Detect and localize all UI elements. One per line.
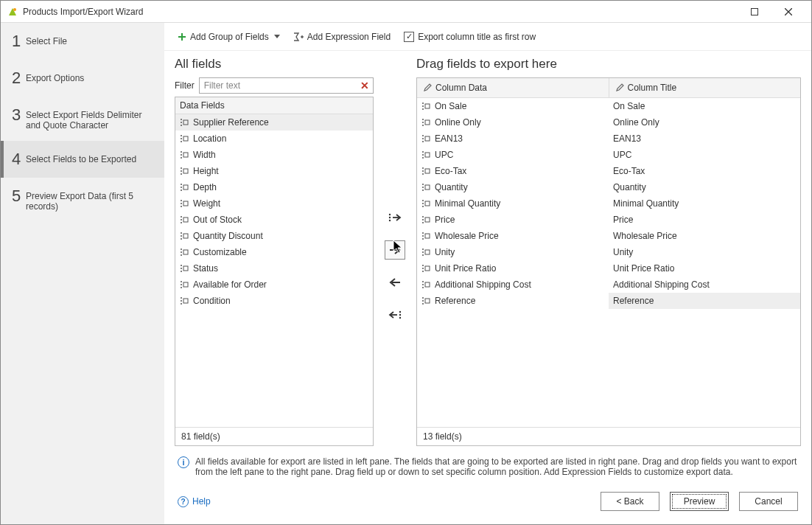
clear-filter-icon[interactable]: ✕ — [358, 79, 371, 92]
filter-label: Filter — [175, 80, 195, 91]
field-item[interactable]: Customizable — [175, 244, 373, 260]
wizard-step-4[interactable]: 4Select Fields to be Exported — [1, 141, 164, 178]
export-row[interactable]: Additional Shipping CostAdditional Shipp… — [417, 277, 800, 293]
svg-point-48 — [181, 281, 182, 282]
wizard-step-3[interactable]: 3Select Export Fields Delimiter and Quot… — [1, 97, 164, 141]
remove-all-button[interactable] — [385, 305, 405, 324]
dropdown-caret-icon — [274, 35, 280, 38]
preview-button[interactable]: Preview — [670, 492, 729, 511]
wizard-step-2[interactable]: 2Export Options — [1, 60, 164, 97]
field-item[interactable]: Available for Order — [175, 277, 373, 293]
export-row[interactable]: UnityUnity — [417, 244, 800, 260]
window-maximize-button[interactable] — [738, 1, 771, 23]
column-title-value: Minimal Quantity — [613, 198, 679, 209]
svg-point-110 — [422, 281, 424, 282]
svg-point-9 — [181, 122, 182, 123]
add-group-of-fields-button[interactable]: Add Group of Fields — [175, 29, 283, 45]
svg-rect-109 — [425, 266, 430, 271]
field-item[interactable]: Condition — [175, 293, 373, 309]
export-row[interactable]: QuantityQuantity — [417, 179, 800, 195]
export-row[interactable]: Online OnlyOnline Only — [417, 114, 800, 131]
svg-point-88 — [422, 190, 424, 191]
svg-point-46 — [181, 271, 182, 272]
field-label: Depth — [193, 182, 217, 192]
window-close-button[interactable] — [771, 1, 805, 23]
svg-rect-105 — [425, 250, 430, 254]
svg-point-25 — [181, 187, 182, 188]
svg-point-94 — [422, 216, 424, 218]
svg-point-38 — [181, 238, 182, 240]
export-column-title-checkbox[interactable]: ✓ Export column title as first row — [401, 29, 539, 45]
all-fields-title: All fields — [175, 57, 374, 72]
step-number: 5 — [7, 188, 26, 204]
export-row[interactable]: On SaleOn Sale — [417, 98, 800, 114]
svg-point-42 — [181, 254, 182, 256]
all-fields-listbox[interactable]: Data Fields Supplier ReferenceLocationWi… — [175, 97, 374, 446]
add-expression-field-button[interactable]: Add Expression Field — [290, 29, 393, 45]
field-item[interactable]: Depth — [175, 179, 373, 195]
export-row[interactable]: Unit Price RatioUnit Price Ratio — [417, 260, 800, 277]
export-row[interactable]: Wholesale PriceWholesale Price — [417, 228, 800, 244]
svg-point-112 — [422, 287, 424, 288]
wizard-step-5[interactable]: 5Preview Export Data (first 5 records) — [1, 178, 164, 222]
svg-point-65 — [399, 317, 401, 319]
svg-point-26 — [181, 190, 182, 191]
help-link[interactable]: ? Help — [178, 496, 211, 507]
add-group-of-fields-label: Add Group of Fields — [190, 32, 269, 42]
drag-handle-icon — [421, 118, 430, 127]
svg-point-63 — [399, 311, 401, 313]
add-all-button[interactable] — [385, 208, 405, 227]
column-data-value: Unity — [435, 247, 455, 257]
back-button[interactable]: < Back — [601, 492, 659, 511]
export-fields-listbox[interactable]: Column Data Column Title On SaleOn SaleO… — [416, 77, 801, 446]
svg-point-18 — [181, 157, 182, 159]
step-number: 3 — [7, 107, 26, 123]
svg-point-32 — [181, 216, 182, 218]
svg-point-98 — [422, 232, 424, 234]
svg-rect-43 — [183, 250, 188, 254]
svg-point-82 — [422, 167, 424, 169]
help-icon: ? — [178, 496, 189, 507]
remove-selected-button[interactable] — [385, 273, 405, 292]
export-row[interactable]: UPCUPC — [417, 147, 800, 163]
cancel-label: Cancel — [755, 496, 782, 507]
svg-point-116 — [422, 303, 424, 305]
field-item[interactable]: Status — [175, 260, 373, 277]
wizard-step-1[interactable]: 1Select File — [1, 23, 164, 60]
drag-handle-icon — [421, 102, 430, 111]
svg-point-72 — [422, 125, 424, 126]
drag-handle-icon — [421, 150, 430, 159]
export-row[interactable]: PricePrice — [417, 212, 800, 228]
checkbox-checked-icon: ✓ — [404, 32, 414, 42]
field-item[interactable]: Quantity Discount — [175, 228, 373, 244]
field-item[interactable]: Height — [175, 163, 373, 179]
field-item[interactable]: Location — [175, 131, 373, 147]
export-row[interactable]: ReferenceReference — [417, 293, 800, 309]
wizard-steps-sidebar: 1Select File2Export Options3Select Expor… — [1, 23, 164, 524]
filter-input[interactable] — [203, 80, 357, 91]
export-row[interactable]: EAN13EAN13 — [417, 131, 800, 147]
add-selected-button[interactable] — [385, 240, 405, 260]
step-label: Select File — [26, 33, 158, 46]
svg-point-91 — [422, 203, 424, 204]
back-label: < Back — [616, 496, 643, 507]
export-row[interactable]: Minimal QuantityMinimal Quantity — [417, 195, 800, 212]
column-title-value: Eco-Tax — [613, 166, 645, 176]
field-item[interactable]: Supplier Reference — [175, 114, 373, 131]
export-row[interactable]: Eco-TaxEco-Tax — [417, 163, 800, 179]
field-item[interactable]: Width — [175, 147, 373, 163]
svg-point-90 — [422, 200, 424, 201]
svg-point-92 — [422, 206, 424, 207]
cancel-button[interactable]: Cancel — [739, 492, 798, 511]
field-label: Location — [193, 133, 226, 144]
field-item[interactable]: Weight — [175, 195, 373, 212]
column-data-value: Quantity — [435, 182, 468, 192]
field-item[interactable]: Out of Stock — [175, 212, 373, 228]
field-label: Out of Stock — [193, 215, 242, 225]
drag-handle-icon — [180, 150, 189, 159]
svg-point-100 — [422, 238, 424, 240]
svg-point-22 — [181, 173, 182, 175]
svg-point-36 — [181, 232, 182, 234]
svg-rect-27 — [183, 185, 188, 190]
footer: ? Help < Back Preview Cancel — [164, 481, 811, 524]
